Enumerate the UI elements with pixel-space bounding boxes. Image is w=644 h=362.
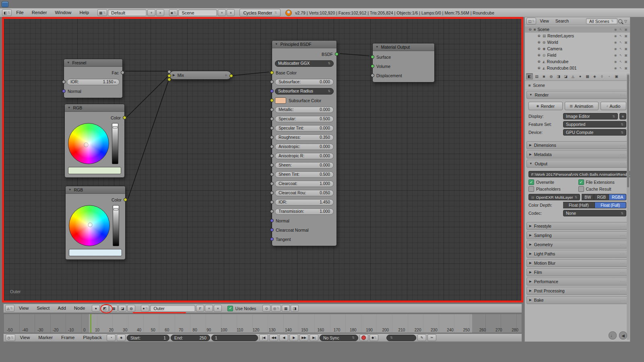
add-scene-button[interactable]: + (218, 9, 226, 16)
subsurface-socket[interactable] (270, 80, 274, 84)
keying-set-button[interactable]: ◆⇅ (369, 334, 378, 341)
collapse-icon[interactable]: ▼ (67, 61, 70, 64)
camera-icon[interactable]: ▣ (624, 47, 627, 51)
input-socket[interactable] (270, 210, 274, 213)
material-name-field[interactable]: Outer (150, 305, 195, 312)
node-header-bar[interactable]: ▼ RGB (66, 186, 125, 194)
transport-button[interactable]: ▶▶ (299, 334, 308, 341)
camera-icon[interactable]: ▣ (624, 34, 627, 38)
principled-slider[interactable]: Anisotropic R: 0.000 (275, 152, 334, 159)
current-frame-field[interactable]: 1 (211, 335, 258, 341)
input-socket[interactable] (270, 145, 274, 148)
color-wheel[interactable] (68, 123, 109, 164)
input-socket[interactable] (270, 173, 274, 176)
pin-button[interactable]: ⊙ (262, 305, 270, 312)
display-mode-dropdown[interactable]: All Scenes ⇅ (586, 18, 617, 24)
node-menu[interactable]: Add (54, 304, 69, 313)
add-layout-button[interactable]: + (147, 9, 155, 16)
scrollbar[interactable] (627, 74, 630, 340)
camera-icon[interactable]: ▣ (624, 41, 627, 44)
scene-browse-button[interactable]: ◙ ⇅ (169, 9, 178, 16)
outliner-menu[interactable]: View (537, 17, 552, 25)
eye-icon[interactable]: ◉ (614, 34, 617, 38)
codec-dropdown[interactable]: None ⇅ (563, 210, 626, 216)
output-path-field[interactable]: F:\Work 2017\Personal\AN Cloth Balls Ani… (528, 171, 630, 177)
input-socket[interactable] (270, 154, 274, 158)
timeline-menu[interactable]: Frame (58, 333, 78, 342)
color-output-socket[interactable] (123, 116, 126, 119)
color-output-socket[interactable] (124, 198, 127, 202)
subsurface-radius-socket[interactable] (270, 89, 274, 93)
transport-button[interactable]: ◀◀ (269, 334, 278, 341)
value-slider[interactable] (113, 205, 119, 246)
timeline-menu[interactable]: View (17, 333, 34, 342)
output-checkbox[interactable]: ✓ Placeholders (528, 186, 577, 192)
principled-slider[interactable]: Sheen: 0.000 (275, 162, 334, 169)
principled-slider[interactable]: IOR: 1.450 (275, 199, 334, 206)
expander-icon[interactable]: ⊕ (537, 53, 541, 57)
transport-button[interactable]: ◀ (279, 334, 288, 341)
editor-type-button[interactable]: ◬ ⇅ (5, 305, 14, 312)
input-socket[interactable] (371, 55, 374, 59)
add-material-button[interactable]: + (205, 305, 213, 312)
grid-button[interactable]: ▦ (282, 305, 290, 312)
eye-icon[interactable]: ◉ (614, 47, 617, 51)
properties-tab[interactable]: ◍ (548, 73, 555, 80)
ior-slider[interactable]: IOR: 1.150 ▸ (67, 78, 120, 85)
properties-tab[interactable]: ● (577, 73, 584, 80)
input-socket[interactable] (270, 117, 274, 121)
input-socket[interactable] (270, 163, 274, 167)
collapse-icon[interactable]: ▼ (275, 43, 278, 46)
cursor-icon[interactable]: ↖ (619, 34, 622, 38)
subsurface-color-socket[interactable] (270, 99, 274, 102)
panel-header-collapsed[interactable]: ▶ Motion Blur ∙∙∙∙ (526, 259, 628, 267)
node-mix[interactable]: ▶ Mix ≡ (169, 71, 231, 80)
node-menu[interactable]: View (15, 304, 33, 313)
input-socket[interactable] (270, 200, 274, 204)
subsurface-slider[interactable]: Subsurface: 0.000 (275, 78, 334, 85)
principled-slider[interactable]: Anisotropic: 0.000 (275, 143, 334, 150)
eye-icon[interactable]: ◉ (614, 41, 617, 44)
properties-tab[interactable]: ▣ (613, 73, 620, 80)
object-shader-button[interactable]: ◪ (118, 305, 126, 312)
speaker-icon[interactable]: ◀ (619, 331, 627, 339)
outliner-item[interactable]: ⊕ ◍ World ◉ ↖ ▣ (525, 39, 630, 45)
expander-icon[interactable]: ⊕ (537, 40, 541, 44)
record-button[interactable] (359, 334, 368, 341)
transport-button[interactable]: ▶ (289, 334, 298, 341)
start-frame-field[interactable]: Start: 1 (127, 335, 169, 341)
camera-icon[interactable]: ▣ (624, 53, 627, 57)
use-nodes-checkbox[interactable]: ✓ Use Nodes (227, 306, 256, 311)
value-slider[interactable] (112, 123, 118, 164)
properties-tab[interactable]: ▩ (584, 73, 591, 80)
panel-header-output[interactable]: ▼ Output ∙∙∙∙ (526, 160, 628, 168)
step-right-icon[interactable]: ▸ (114, 80, 116, 84)
node-rgb-2[interactable]: ▼ RGB Color (65, 186, 126, 260)
input-socket[interactable] (270, 191, 274, 195)
top-menu[interactable]: File (12, 8, 27, 17)
output-checkbox[interactable]: ✓ Overwrite (528, 179, 577, 185)
principled-slider[interactable]: Transmission: 1.000 (275, 208, 334, 215)
vector-input-socket[interactable] (270, 228, 274, 232)
panel-header-collapsed[interactable]: ▶ Bake ∙∙∙∙ (526, 296, 628, 304)
feature-set-dropdown[interactable]: Supported ⇅ (563, 121, 626, 128)
mix-fac-socket[interactable] (167, 70, 171, 74)
ior-input-socket[interactable] (62, 80, 66, 84)
cursor-icon[interactable]: ↖ (619, 53, 622, 57)
top-menu[interactable]: Window (51, 8, 75, 17)
node-header-bar[interactable]: ▼ Principled BSDF (272, 41, 336, 48)
search-icon[interactable] (618, 19, 622, 23)
fac-output-socket[interactable] (121, 71, 124, 74)
editor-type-button[interactable]: ◫ ⇅ (526, 18, 536, 25)
panel-header-collapsed[interactable]: ▶ Dimensions ∙∙∙∙ (526, 141, 628, 149)
input-socket[interactable] (270, 182, 274, 185)
node-menu[interactable]: Node (70, 304, 89, 313)
collapse-icon[interactable]: ▶ (173, 74, 175, 77)
node-header-bar[interactable]: ▼ Material Output (373, 43, 434, 51)
material-browse-button[interactable]: ● ⇅ (141, 305, 149, 312)
panel-header-collapsed[interactable]: ▶ Metadata ∙∙∙∙ (526, 150, 628, 158)
editor-type-button[interactable]: ◷ ⇅ (6, 334, 15, 341)
panel-header-collapsed[interactable]: ▶ Sampling ∙∙∙∙ (526, 231, 628, 239)
input-socket[interactable] (270, 108, 274, 111)
node-principled-bsdf[interactable]: ▼ Principled BSDF BSDF Multiscatter GGX … (272, 40, 337, 246)
